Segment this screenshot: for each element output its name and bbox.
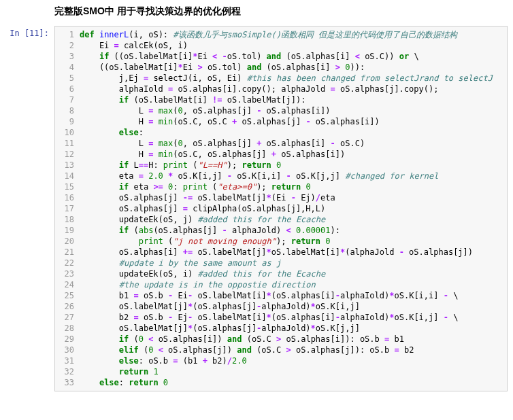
- code-line[interactable]: updateEk(oS, j) #added this for the Ecac…: [80, 214, 493, 225]
- line-number: 33: [58, 377, 74, 388]
- code-line[interactable]: L = max(0, oS.alphas[j] - oS.alphas[i]): [80, 105, 493, 116]
- code-line[interactable]: L = max(0, oS.alphas[j] + oS.alphas[i] -…: [80, 138, 493, 149]
- input-prompt: In [11]:: [0, 26, 54, 38]
- code-line[interactable]: oS.alphas[j] -= oS.labelMat[j]*(Ei - Ej)…: [80, 192, 493, 203]
- code-line[interactable]: H = min(oS.C, oS.C + oS.alphas[j] - oS.a…: [80, 116, 493, 127]
- code-line[interactable]: print ("j not moving enough"); return 0: [80, 236, 493, 247]
- code-line[interactable]: j,Ej = selectJ(i, oS, Ei) #this has been…: [80, 73, 493, 84]
- code-line[interactable]: oS.alphas[i] += oS.labelMat[j]*oS.labelM…: [80, 247, 493, 258]
- code-line[interactable]: ((oS.labelMat[i]*Ei > oS.tol) and (oS.al…: [80, 62, 493, 73]
- code-line[interactable]: else:: [80, 127, 493, 138]
- line-number: 7: [58, 94, 74, 105]
- line-number: 13: [58, 160, 74, 171]
- line-number: 17: [58, 203, 74, 214]
- line-number: 5: [58, 73, 74, 84]
- code-line[interactable]: b2 = oS.b - Ej- oS.labelMat[i]*(oS.alpha…: [80, 312, 493, 323]
- line-number: 28: [58, 323, 74, 334]
- code-line[interactable]: alphaIold = oS.alphas[i].copy(); alphaJo…: [80, 84, 493, 94]
- code-line[interactable]: return 1: [80, 366, 493, 377]
- code-line[interactable]: if ((oS.labelMat[i]*Ei < -oS.tol) and (o…: [80, 51, 493, 62]
- line-number: 20: [58, 236, 74, 247]
- code-body[interactable]: def innerL(i, oS): #该函数几乎与smoSimple()函数相…: [78, 27, 497, 391]
- code-line[interactable]: if (oS.labelMat[i] != oS.labelMat[j]):: [80, 94, 493, 105]
- code-line[interactable]: else: return 0: [80, 377, 493, 388]
- line-number: 16: [58, 192, 74, 203]
- line-number: 8: [58, 105, 74, 116]
- line-number: 26: [58, 301, 74, 312]
- line-number: 9: [58, 116, 74, 127]
- line-number: 24: [58, 279, 74, 290]
- line-number: 22: [58, 258, 74, 268]
- line-number: 1: [58, 29, 74, 40]
- line-number: 15: [58, 181, 74, 192]
- code-line[interactable]: if L==H: print ("L==H"); return 0: [80, 160, 493, 171]
- line-number: 11: [58, 138, 74, 149]
- line-number: 23: [58, 268, 74, 279]
- line-number: 4: [58, 62, 74, 73]
- line-number: 32: [58, 366, 74, 377]
- code-line[interactable]: else: oS.b = (b1 + b2)/2.0: [80, 355, 493, 366]
- line-number: 31: [58, 355, 74, 366]
- code-line[interactable]: updateEk(oS, i) #added this for the Ecac…: [80, 268, 493, 279]
- line-number: 10: [58, 127, 74, 138]
- line-number: 25: [58, 290, 74, 301]
- code-line[interactable]: elif (0 < oS.alphas[j]) and (oS.C > oS.a…: [80, 345, 493, 355]
- line-gutter: 1234567891011121314151617181920212223242…: [55, 27, 78, 391]
- line-number: 21: [58, 247, 74, 258]
- code-line[interactable]: b1 = oS.b - Ei- oS.labelMat[i]*(oS.alpha…: [80, 290, 493, 301]
- code-line[interactable]: oS.labelMat[j]*(oS.alphas[j]-alphaJold)*…: [80, 323, 493, 334]
- code-editor[interactable]: 1234567891011121314151617181920212223242…: [54, 26, 508, 391]
- line-number: 29: [58, 334, 74, 345]
- line-number: 30: [58, 345, 74, 355]
- code-line[interactable]: if eta >= 0: print ("eta>=0"); return 0: [80, 181, 493, 192]
- line-number: 27: [58, 312, 74, 323]
- line-number: 6: [58, 84, 74, 94]
- code-line[interactable]: #update i by the same amount as j: [80, 258, 493, 268]
- line-number: 18: [58, 214, 74, 225]
- code-cell: In [11]: 1234567891011121314151617181920…: [0, 26, 513, 391]
- code-line[interactable]: if (abs(oS.alphas[j] - alphaJold) < 0.00…: [80, 225, 493, 236]
- line-number: 19: [58, 225, 74, 236]
- line-number: 3: [58, 51, 74, 62]
- page: 完整版SMO中 用于寻找决策边界的优化例程 In [11]: 123456789…: [0, 0, 513, 391]
- section-title: 完整版SMO中 用于寻找决策边界的优化例程: [54, 5, 513, 18]
- code-line[interactable]: eta = 2.0 * oS.K[i,j] - oS.K[i,i] - oS.K…: [80, 171, 493, 181]
- code-line[interactable]: #the update is in the oppostie direction: [80, 279, 493, 290]
- code-line[interactable]: H = min(oS.C, oS.alphas[j] + oS.alphas[i…: [80, 149, 493, 160]
- code-line[interactable]: oS.alphas[j] = clipAlpha(oS.alphas[j],H,…: [80, 203, 493, 214]
- code-line[interactable]: oS.labelMat[j]*(oS.alphas[j]-alphaJold)*…: [80, 301, 493, 312]
- code-line[interactable]: Ei = calcEk(oS, i): [80, 40, 493, 51]
- code-line[interactable]: def innerL(i, oS): #该函数几乎与smoSimple()函数相…: [80, 29, 493, 40]
- line-number: 2: [58, 40, 74, 51]
- code-line[interactable]: if (0 < oS.alphas[i]) and (oS.C > oS.alp…: [80, 334, 493, 345]
- line-number: 14: [58, 171, 74, 181]
- line-number: 12: [58, 149, 74, 160]
